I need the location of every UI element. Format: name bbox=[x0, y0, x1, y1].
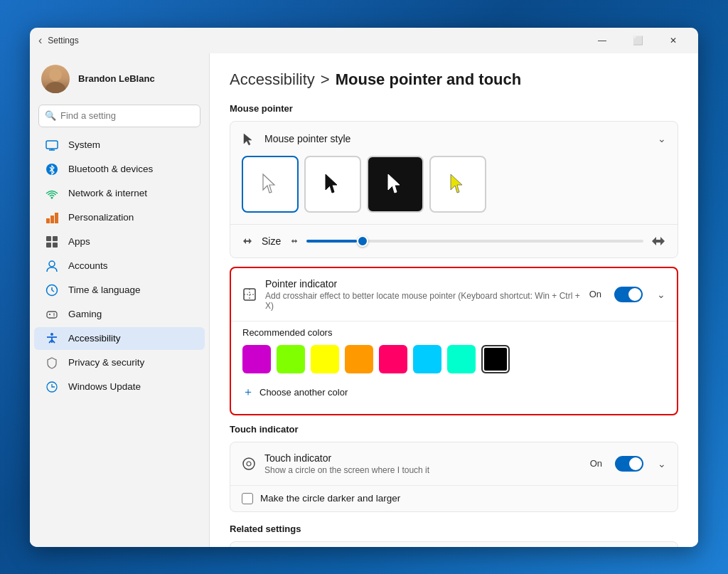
touch-indicator-toggle-label: On bbox=[590, 458, 602, 469]
sidebar-item-label-accounts: Accounts bbox=[68, 260, 108, 271]
sidebar-item-gaming[interactable]: Gaming bbox=[34, 303, 205, 326]
content-area: Accessibility > Mouse pointer and touch … bbox=[209, 53, 698, 547]
color-swatch-magenta[interactable] bbox=[242, 345, 271, 373]
related-settings-card: Mouse Mouse pointer speed, primary butto… bbox=[230, 541, 678, 547]
breadcrumb: Accessibility > Mouse pointer and touch bbox=[230, 70, 678, 89]
breadcrumb-current: Mouse pointer and touch bbox=[336, 70, 522, 89]
svg-rect-11 bbox=[50, 216, 54, 223]
size-label: Size bbox=[262, 235, 281, 247]
svg-point-1 bbox=[46, 82, 65, 93]
touch-circle-checkbox[interactable] bbox=[242, 493, 253, 504]
svg-point-36 bbox=[247, 462, 251, 466]
size-slider-container bbox=[289, 233, 666, 249]
svg-rect-10 bbox=[46, 218, 50, 223]
touch-indicator-chevron: ⌄ bbox=[658, 458, 666, 469]
pointer-style-inverted[interactable] bbox=[367, 156, 424, 213]
color-swatch-black[interactable] bbox=[481, 345, 510, 373]
touch-circle-checkbox-label: Make the circle darker and larger bbox=[260, 493, 400, 504]
pointer-indicator-toggle-row: Pointer indicator Add crosshair effect t… bbox=[231, 268, 677, 321]
sidebar-item-label-update: Windows Update bbox=[68, 381, 141, 392]
related-item-mouse[interactable]: Mouse Mouse pointer speed, primary butto… bbox=[230, 542, 678, 547]
pointer-indicator-icon bbox=[242, 287, 257, 302]
avatar bbox=[41, 65, 70, 93]
search-input[interactable] bbox=[60, 110, 194, 121]
touch-circle-checkbox-row: Make the circle darker and larger bbox=[230, 485, 678, 511]
sidebar: Brandon LeBlanc 🔍 System bbox=[30, 53, 209, 547]
sidebar-item-privacy[interactable]: Privacy & security bbox=[34, 351, 205, 374]
touch-indicator-section-header: Touch indicator bbox=[230, 424, 678, 435]
window-title: Settings bbox=[45, 36, 586, 46]
pointer-style-yellow[interactable] bbox=[429, 156, 486, 213]
svg-point-2 bbox=[49, 68, 62, 81]
bluetooth-icon bbox=[46, 163, 58, 176]
accessibility-icon bbox=[46, 332, 58, 345]
sidebar-item-label-bluetooth: Bluetooth & devices bbox=[68, 164, 153, 174]
touch-indicator-toggle[interactable] bbox=[615, 456, 643, 472]
size-icon bbox=[242, 235, 253, 247]
sidebar-item-label-time: Time & language bbox=[68, 285, 141, 295]
size-slider[interactable] bbox=[306, 240, 643, 243]
sidebar-item-accounts[interactable]: Accounts bbox=[34, 255, 205, 277]
sidebar-item-label-system: System bbox=[68, 139, 100, 150]
search-box[interactable]: 🔍 bbox=[38, 105, 200, 127]
sidebar-item-label-gaming: Gaming bbox=[68, 309, 102, 319]
sidebar-item-personalization[interactable]: Personalization bbox=[34, 206, 205, 229]
search-icon: 🔍 bbox=[45, 110, 56, 121]
personalization-icon bbox=[46, 211, 58, 224]
sidebar-item-label-accessibility: Accessibility bbox=[68, 333, 121, 344]
touch-indicator-card: Touch indicator Show a circle on the scr… bbox=[230, 442, 678, 512]
system-icon bbox=[46, 139, 58, 152]
breadcrumb-parent[interactable]: Accessibility bbox=[230, 70, 315, 89]
svg-point-17 bbox=[49, 261, 55, 267]
breadcrumb-separator: > bbox=[321, 70, 330, 89]
settings-window: ‹ Settings — ⬜ ✕ B bbox=[30, 28, 698, 547]
maximize-button[interactable]: ⬜ bbox=[621, 29, 654, 52]
svg-rect-12 bbox=[55, 213, 58, 223]
svg-rect-16 bbox=[53, 243, 58, 248]
sidebar-item-update[interactable]: Windows Update bbox=[34, 376, 205, 398]
pointer-indicator-toggle[interactable] bbox=[614, 287, 643, 302]
sidebar-item-network[interactable]: Network & internet bbox=[34, 182, 205, 205]
svg-rect-21 bbox=[47, 312, 57, 318]
network-icon bbox=[46, 187, 58, 200]
color-swatch-pink[interactable] bbox=[379, 345, 407, 373]
sidebar-item-apps[interactable]: Apps bbox=[34, 230, 205, 253]
pointer-style-chevron: ⌄ bbox=[658, 133, 666, 144]
sidebar-item-accessibility[interactable]: Accessibility bbox=[34, 327, 205, 350]
svg-point-25 bbox=[53, 315, 55, 317]
svg-rect-14 bbox=[53, 236, 58, 241]
close-button[interactable]: ✕ bbox=[657, 29, 690, 52]
sidebar-item-system[interactable]: System bbox=[34, 134, 205, 156]
svg-line-20 bbox=[52, 290, 54, 292]
color-swatch-yellow[interactable] bbox=[311, 345, 339, 373]
sidebar-item-label-privacy: Privacy & security bbox=[68, 357, 144, 368]
size-large-icon bbox=[651, 233, 666, 249]
minimize-button[interactable]: — bbox=[586, 29, 619, 52]
pointer-indicator-text: Pointer indicator Add crosshair effect t… bbox=[265, 278, 581, 311]
sidebar-item-bluetooth[interactable]: Bluetooth & devices bbox=[34, 158, 205, 181]
color-swatch-lime[interactable] bbox=[277, 345, 305, 373]
mouse-pointer-section-header: Mouse pointer bbox=[230, 103, 678, 114]
sidebar-item-label-personalization: Personalization bbox=[68, 212, 134, 223]
sidebar-item-time[interactable]: Time & language bbox=[34, 279, 205, 302]
svg-rect-3 bbox=[46, 141, 58, 149]
color-swatch-orange[interactable] bbox=[345, 345, 373, 373]
colors-label: Recommended colors bbox=[242, 327, 665, 338]
user-section[interactable]: Brandon LeBlanc bbox=[30, 59, 209, 105]
pointer-indicator-chevron: ⌄ bbox=[657, 289, 665, 300]
pointer-style-white[interactable] bbox=[242, 156, 299, 213]
mouse-pointer-style-card: Mouse pointer style ⌄ bbox=[230, 121, 678, 258]
svg-point-9 bbox=[51, 196, 53, 198]
title-bar: ‹ Settings — ⬜ ✕ bbox=[30, 28, 698, 53]
window-body: Brandon LeBlanc 🔍 System bbox=[30, 53, 698, 547]
colors-section: Recommended colors ＋ Choose another col bbox=[231, 321, 677, 414]
choose-color-label: Choose another color bbox=[259, 387, 348, 398]
color-swatch-cyan[interactable] bbox=[413, 345, 441, 373]
mouse-pointer-style-header[interactable]: Mouse pointer style ⌄ bbox=[230, 122, 678, 156]
pointer-style-black[interactable] bbox=[304, 156, 361, 213]
choose-color-button[interactable]: ＋ Choose another color bbox=[242, 382, 665, 403]
color-swatch-green[interactable] bbox=[447, 345, 476, 373]
pointer-indicator-subtitle: Add crosshair effect to better locate mo… bbox=[265, 291, 581, 311]
back-button[interactable]: ‹ bbox=[38, 34, 42, 47]
svg-rect-15 bbox=[46, 243, 51, 248]
